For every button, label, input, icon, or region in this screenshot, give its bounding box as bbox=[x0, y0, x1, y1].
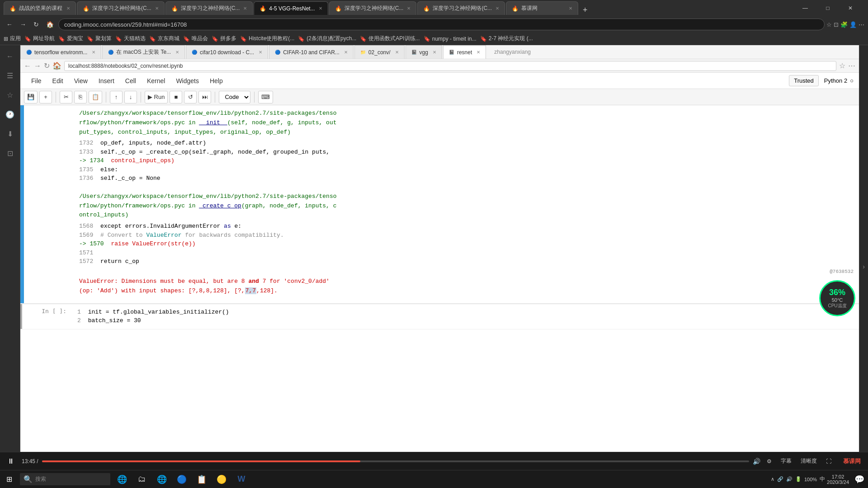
jupyter-home-btn[interactable]: 🏠 bbox=[52, 61, 61, 70]
progress-bar[interactable] bbox=[42, 460, 749, 462]
sidebar-history-icon[interactable]: 🕐 bbox=[2, 107, 18, 122]
tab-close-6[interactable]: ✕ bbox=[492, 6, 499, 11]
settings-button[interactable]: ⚙ bbox=[764, 457, 774, 465]
jupyter-tab-close-2[interactable]: ✕ bbox=[175, 50, 179, 55]
paste-button[interactable]: 📋 bbox=[89, 91, 102, 103]
tab-close-7[interactable]: ✕ bbox=[565, 6, 572, 11]
jupyter-url-input[interactable]: localhost:8888/notebooks/02_conv/resnet.… bbox=[64, 61, 836, 71]
jupyter-tab-close-4[interactable]: ✕ bbox=[344, 50, 348, 55]
bookmark-vip[interactable]: 🔖唯品会 bbox=[183, 35, 208, 42]
menu-view[interactable]: View bbox=[69, 75, 93, 87]
jupyter-back-btn[interactable]: ← bbox=[24, 62, 31, 70]
sidebar-collections-icon[interactable]: ⊡ bbox=[4, 145, 17, 161]
tray-battery-icon[interactable]: 🔋 bbox=[795, 476, 802, 482]
bookmark-apps[interactable]: ⊞应用 bbox=[4, 35, 21, 42]
close-button[interactable]: ✕ bbox=[840, 1, 861, 15]
bookmark-numpy[interactable]: 🔖numpy - timeit in... bbox=[424, 36, 476, 42]
cell-type-select[interactable]: Code bbox=[219, 91, 250, 103]
system-clock[interactable]: 17:02 2020/3/24 bbox=[827, 474, 849, 485]
next-cell-code[interactable]: 1 init = tf.global_variables_initializer… bbox=[72, 304, 859, 329]
menu-widgets[interactable]: Widgets bbox=[170, 75, 204, 87]
jupyter-forward-btn[interactable]: → bbox=[34, 62, 41, 70]
notification-button[interactable]: 💬 bbox=[854, 474, 864, 484]
browser-tab-2[interactable]: 🔥 深度学习之神经网络(C... ✕ bbox=[77, 1, 165, 15]
browser-tab-3[interactable]: 🔥 深度学习之神经网络(C... ✕ bbox=[165, 1, 253, 15]
jupyter-tab-close-1[interactable]: ✕ bbox=[92, 50, 95, 55]
jupyter-tab-resnet[interactable]: 📓 resnet ✕ bbox=[443, 45, 486, 59]
copy-button[interactable]: ⎘ bbox=[74, 91, 87, 103]
bookmark-pych[interactable]: 🔖(2条消息)配置pych... bbox=[298, 35, 356, 42]
menu-cell[interactable]: Cell bbox=[120, 75, 142, 87]
taskbar-icon-edge[interactable]: 🌐 bbox=[152, 470, 172, 488]
extensions-icon[interactable]: 🧩 bbox=[840, 21, 848, 28]
run-button[interactable]: ▶ Run bbox=[145, 91, 168, 103]
taskbar-search[interactable]: 🔍 搜索 bbox=[20, 473, 110, 485]
sidebar-download-icon[interactable]: ⬇ bbox=[4, 126, 17, 142]
account-icon[interactable]: 👤 bbox=[849, 21, 857, 28]
browser-tab-1[interactable]: 🔥 战战的坚果的课程 ✕ bbox=[4, 1, 76, 15]
jupyter-tab-cifar[interactable]: 🔵 CIFAR-10 and CIFAR... ✕ bbox=[269, 45, 354, 59]
jupyter-tab-macos[interactable]: 🔵 在 macOS 上安装 Te... ✕ bbox=[102, 45, 185, 59]
browser-tab-6[interactable]: 🔥 深度学习之神经网络(C... ✕ bbox=[417, 1, 505, 15]
sidebar-bookmark-icon[interactable]: ☆ bbox=[3, 87, 17, 103]
bookmark-pinduoduo[interactable]: 🔖拼多多 bbox=[212, 35, 236, 42]
bookmark-tmall[interactable]: 🔖天猫精选 bbox=[115, 35, 146, 42]
move-up-button[interactable]: ↑ bbox=[110, 91, 123, 103]
bookmark-taobao[interactable]: 🔖爱淘宝 bbox=[58, 35, 83, 42]
menu-kernel[interactable]: Kernel bbox=[142, 75, 170, 87]
browser-tab-7[interactable]: 🔥 慕课网 ✕ bbox=[506, 1, 578, 15]
save-button[interactable]: 💾 bbox=[24, 91, 38, 103]
bookmark-nav[interactable]: 🔖网址导航 bbox=[24, 35, 55, 42]
restart-run-button[interactable]: ⏭ bbox=[198, 91, 211, 103]
jupyter-tab-conv[interactable]: 📁 02_conv/ ✕ bbox=[354, 45, 405, 59]
jupyter-settings-icon[interactable]: ⋯ bbox=[848, 61, 855, 70]
cut-button[interactable]: ✂ bbox=[60, 91, 72, 103]
volume-button[interactable]: 🔊 bbox=[753, 458, 760, 465]
bookmark-juhua[interactable]: 🔖聚划算 bbox=[87, 35, 112, 42]
taskbar-icon-word[interactable]: W bbox=[231, 470, 251, 488]
jupyter-tab-close-6[interactable]: ✕ bbox=[433, 50, 436, 55]
bookmark-histcite[interactable]: 🔖Histcite使用教程(... bbox=[240, 35, 294, 42]
maximize-button[interactable]: □ bbox=[817, 1, 838, 15]
keyboard-button[interactable]: ⌨ bbox=[258, 91, 273, 103]
taskbar-icon-clipboard[interactable]: 📋 bbox=[192, 470, 212, 488]
jupyter-tab-close-7[interactable]: ✕ bbox=[476, 50, 480, 55]
back-button[interactable]: ← bbox=[4, 19, 15, 30]
menu-icon[interactable]: ⋯ bbox=[859, 21, 864, 28]
taskbar-icon-explorer[interactable]: 🗂 bbox=[132, 470, 152, 488]
taskbar-icon-ie[interactable]: 🌐 bbox=[112, 470, 132, 488]
tab-close-5[interactable]: ✕ bbox=[403, 6, 410, 11]
tray-network-icon[interactable]: 🔗 bbox=[777, 476, 783, 482]
jupyter-star-icon[interactable]: ☆ bbox=[839, 61, 845, 70]
menu-insert[interactable]: Insert bbox=[93, 75, 120, 87]
play-pause-button[interactable]: ⏸ bbox=[7, 457, 14, 465]
bookmark-api[interactable]: 🔖使用函数式API训练... bbox=[360, 35, 420, 42]
jupyter-tab-cifar10[interactable]: 🔵 cifar10 download - C... ✕ bbox=[186, 45, 268, 59]
taskbar-icon-notepad[interactable]: 🟡 bbox=[212, 470, 231, 488]
star-icon[interactable]: ☆ bbox=[826, 21, 832, 28]
browser-tab-5[interactable]: 🔥 深度学习之神经网络(C... ✕ bbox=[329, 1, 417, 15]
browser-tab-4[interactable]: 🔥 4-5 VGG-ResNet... ✕ bbox=[254, 1, 328, 15]
tab-close-2[interactable]: ✕ bbox=[151, 6, 159, 11]
bookmark-jd[interactable]: 🔖京东商城 bbox=[149, 35, 179, 42]
tab-close-3[interactable]: ✕ bbox=[240, 6, 247, 11]
jupyter-tab-close-3[interactable]: ✕ bbox=[259, 50, 262, 55]
forward-button[interactable]: → bbox=[17, 19, 29, 30]
restart-button[interactable]: ↺ bbox=[184, 91, 197, 103]
move-down-button[interactable]: ↓ bbox=[124, 91, 137, 103]
tray-ime-icon[interactable]: 中 bbox=[820, 475, 825, 483]
menu-help[interactable]: Help bbox=[204, 75, 228, 87]
next-code-cell[interactable]: In [ ]: 1 init = tf.global_variables_ini… bbox=[20, 304, 859, 329]
sidebar-back-icon[interactable]: ← bbox=[3, 49, 17, 64]
tray-up-icon[interactable]: ∧ bbox=[771, 476, 774, 482]
jupyter-tab-vgg[interactable]: 📓 vgg ✕ bbox=[406, 45, 442, 59]
refresh-button[interactable]: ↻ bbox=[31, 19, 42, 30]
menu-edit[interactable]: Edit bbox=[47, 75, 69, 87]
trusted-button[interactable]: Trusted bbox=[789, 75, 819, 86]
start-button[interactable]: ⊞ bbox=[0, 470, 18, 488]
collections-icon[interactable]: ⊡ bbox=[834, 21, 839, 28]
tab-close-4[interactable]: ✕ bbox=[315, 6, 322, 11]
subtitle-button[interactable]: 字幕 bbox=[778, 456, 794, 466]
jupyter-tab-close-5[interactable]: ✕ bbox=[395, 50, 399, 55]
taskbar-icon-chrome[interactable]: 🔵 bbox=[172, 470, 192, 488]
